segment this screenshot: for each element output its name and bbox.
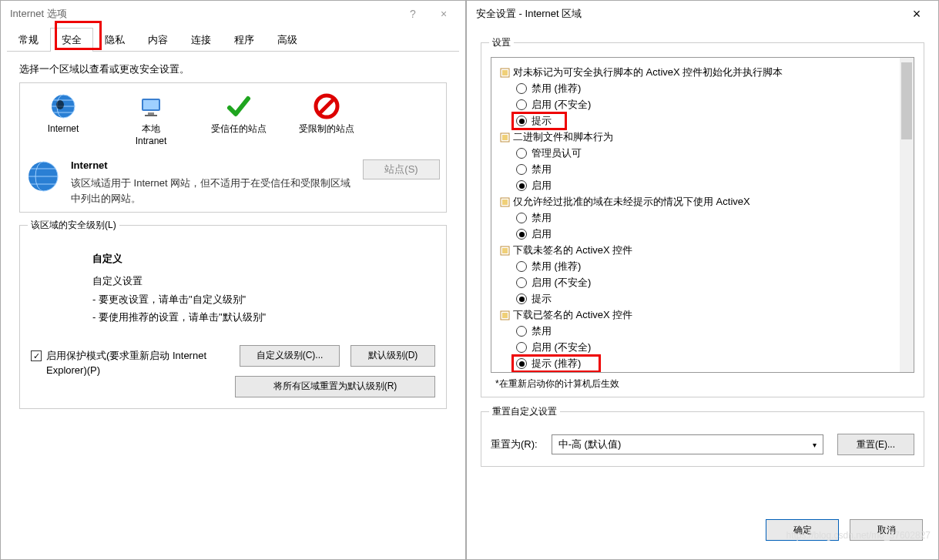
settings-list[interactable]: 对未标记为可安全执行脚本的 ActiveX 控件初始化并执行脚本禁用 (推荐)启… xyxy=(491,57,914,373)
close-button[interactable]: × xyxy=(428,2,459,25)
custom-line1: 自定义设置 xyxy=(92,272,435,290)
custom-level-button[interactable]: 自定义级别(C)... xyxy=(240,345,340,367)
scrollbar[interactable] xyxy=(900,58,914,372)
group-label: 仅允许经过批准的域在未经提示的情况下使用 ActiveX xyxy=(513,195,750,209)
radio-icon xyxy=(516,148,527,159)
setting-option[interactable]: 启用 (不安全) xyxy=(516,97,906,112)
option-label: 提示 xyxy=(532,292,552,306)
radio-icon xyxy=(516,180,527,191)
reset-level-select[interactable]: 中-高 (默认值) ▾ xyxy=(552,434,823,454)
custom-level-info: 自定义 自定义设置 - 要更改设置，请单击"自定义级别" - 要使用推荐的设置，… xyxy=(92,252,435,326)
svg-rect-18 xyxy=(502,313,508,318)
security-settings-dialog: 安全设置 - Internet 区域 × 设置 对未标记为可安全执行脚本的 Ac… xyxy=(466,0,939,560)
setting-option[interactable]: 禁用 (推荐) xyxy=(516,81,906,96)
settings-legend: 设置 xyxy=(489,36,514,49)
globe-icon xyxy=(26,159,60,193)
setting-group: 下载未签名的 ActiveX 控件 xyxy=(499,243,906,257)
group-icon xyxy=(499,67,510,78)
radio-icon xyxy=(516,99,527,110)
group-label: 二进制文件和脚本行为 xyxy=(513,130,613,144)
setting-option[interactable]: 启用 (不安全) xyxy=(516,340,906,355)
ok-button[interactable]: 确定 xyxy=(766,519,839,541)
group-icon xyxy=(499,132,510,143)
custom-heading: 自定义 xyxy=(92,252,435,266)
zone-description: Internet 该区域适用于 Internet 网站，但不适用于在受信任和受限… xyxy=(26,159,440,206)
radio-icon xyxy=(516,358,527,369)
radio-icon xyxy=(516,261,527,272)
option-label: 禁用 xyxy=(532,324,552,338)
zone-intranet[interactable]: 本地 Intranet xyxy=(120,92,182,147)
custom-line2: - 要更改设置，请单击"自定义级别" xyxy=(92,290,435,308)
svg-rect-14 xyxy=(502,200,508,205)
group-icon xyxy=(499,245,510,256)
group-icon xyxy=(499,310,510,320)
dialog-title: 安全设置 - Internet 区域 xyxy=(473,7,901,21)
setting-option[interactable]: 启用 xyxy=(516,226,906,242)
tab-security[interactable]: 安全 xyxy=(50,28,93,52)
internet-options-dialog: Internet 选项 ? × 常规 安全 隐私 内容 连接 程序 高级 选择一… xyxy=(0,0,466,560)
setting-option[interactable]: 管理员认可 xyxy=(516,146,906,161)
tab-programs[interactable]: 程序 xyxy=(223,28,266,52)
option-label: 启用 xyxy=(532,179,552,193)
setting-option[interactable]: 禁用 xyxy=(516,324,906,339)
svg-point-1 xyxy=(56,100,64,109)
setting-option[interactable]: 启用 (不安全) xyxy=(516,275,906,290)
custom-line3: - 要使用推荐的设置，请单击"默认级别" xyxy=(92,308,435,326)
zone-internet[interactable]: Internet xyxy=(32,92,94,147)
zone-trusted[interactable]: 受信任的站点 xyxy=(208,92,270,147)
checkbox-label: 启用保护模式(要求重新启动 Internet Explorer)(P) xyxy=(46,349,223,377)
checkmark-icon xyxy=(225,92,253,120)
option-label: 启用 (不安全) xyxy=(532,98,591,112)
reset-all-zones-button[interactable]: 将所有区域重置为默认级别(R) xyxy=(235,376,435,397)
tab-content[interactable]: 内容 xyxy=(136,28,179,52)
cancel-button[interactable]: 取消 xyxy=(850,519,923,541)
reset-button[interactable]: 重置(E)... xyxy=(837,434,914,455)
option-label: 禁用 (推荐) xyxy=(532,82,581,96)
setting-group: 二进制文件和脚本行为 xyxy=(499,130,906,144)
svg-rect-3 xyxy=(143,100,159,109)
radio-icon xyxy=(516,116,527,126)
zone-label: 受限制的站点 xyxy=(299,123,354,136)
option-label: 禁用 xyxy=(532,163,552,176)
dialog-buttons: 确定 取消 xyxy=(467,507,938,559)
radio-icon xyxy=(516,342,527,353)
zone-body: 该区域适用于 Internet 网站，但不适用于在受信任和受限制区域中列出的网站… xyxy=(71,176,352,206)
setting-option[interactable]: 提示 xyxy=(516,113,906,129)
sites-button: 站点(S) xyxy=(363,159,440,179)
tab-advanced[interactable]: 高级 xyxy=(266,28,309,52)
option-label: 启用 (不安全) xyxy=(532,340,591,354)
help-button[interactable]: ? xyxy=(397,2,428,25)
setting-option[interactable]: 禁用 xyxy=(516,210,906,226)
scrollbar-thumb[interactable] xyxy=(901,62,912,139)
option-label: 启用 xyxy=(532,227,552,241)
setting-option[interactable]: 提示 xyxy=(516,291,906,307)
setting-group: 仅允许经过批准的域在未经提示的情况下使用 ActiveX xyxy=(499,195,906,209)
group-label: 对未标记为可安全执行脚本的 ActiveX 控件初始化并执行脚本 xyxy=(513,65,783,79)
tab-connections[interactable]: 连接 xyxy=(179,28,223,52)
reset-legend: 重置自定义设置 xyxy=(489,405,560,418)
globe-icon xyxy=(49,92,77,120)
option-label: 启用 (不安全) xyxy=(532,276,591,290)
zones-box: Internet 本地 Intranet 受信任的站点 xyxy=(19,82,447,213)
svg-rect-4 xyxy=(148,112,154,115)
svg-line-7 xyxy=(320,99,334,113)
zone-label: 受信任的站点 xyxy=(211,123,267,136)
security-level-fieldset: 该区域的安全级别(L) 自定义 自定义设置 - 要更改设置，请单击"自定义级别"… xyxy=(19,225,447,409)
security-tab-content: 选择一个区域以查看或更改安全设置。 Internet 本地 Intranet xyxy=(1,52,465,559)
default-level-button[interactable]: 默认级别(D) xyxy=(350,345,435,367)
settings-fieldset: 设置 对未标记为可安全执行脚本的 ActiveX 控件初始化并执行脚本禁用 (推… xyxy=(481,42,924,397)
tab-general[interactable]: 常规 xyxy=(7,28,50,52)
close-button[interactable]: × xyxy=(901,2,932,25)
setting-group: 下载已签名的 ActiveX 控件 xyxy=(499,308,906,322)
prohibited-icon xyxy=(313,92,340,120)
radio-icon xyxy=(516,326,527,337)
zone-restricted[interactable]: 受限制的站点 xyxy=(296,92,357,147)
radio-icon xyxy=(516,213,527,223)
setting-option[interactable]: 禁用 (推荐) xyxy=(516,259,906,274)
svg-rect-10 xyxy=(502,70,508,75)
setting-option[interactable]: 禁用 xyxy=(516,162,906,177)
tabs: 常规 安全 隐私 内容 连接 程序 高级 xyxy=(7,27,459,52)
setting-option[interactable]: 启用 xyxy=(516,178,906,193)
tab-privacy[interactable]: 隐私 xyxy=(93,28,136,52)
setting-option[interactable]: 提示 (推荐) xyxy=(516,356,906,371)
